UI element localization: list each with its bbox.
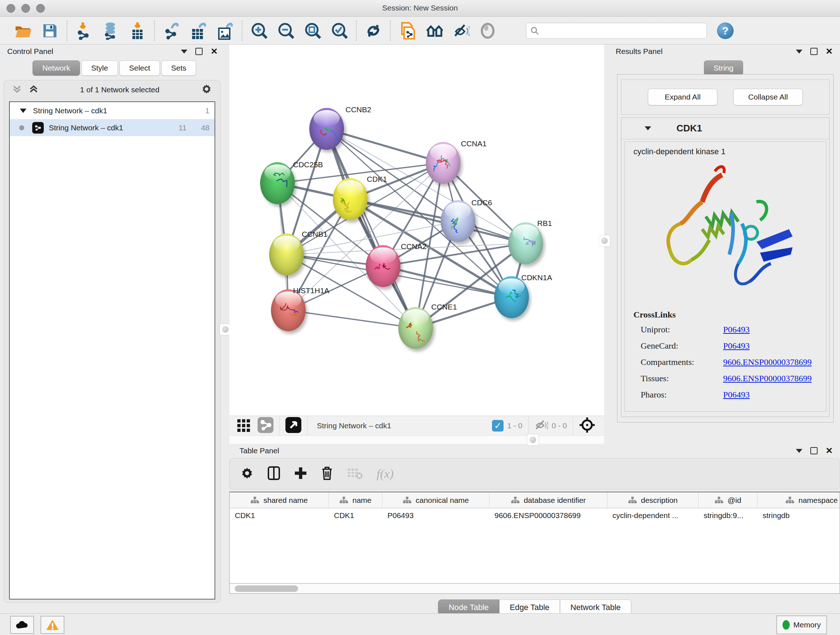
zoom-selected-icon[interactable] [331,22,348,40]
network-edge[interactable] [327,129,416,328]
search-icon [531,27,540,37]
show-all-icon[interactable] [479,22,496,40]
network-collection-row[interactable]: String Network – cdk1 1 [10,102,215,119]
network-edge[interactable] [327,129,443,163]
open-session-icon[interactable] [14,22,32,40]
gene-section-header[interactable]: CDK1 [622,118,829,139]
network-share-view-icon[interactable] [257,417,273,435]
table-panel-float-icon[interactable] [810,447,818,454]
add-column-icon[interactable] [294,466,307,482]
tab-string[interactable]: String [704,60,744,76]
collection-expander-icon[interactable] [20,109,27,113]
duplicate-network-icon[interactable] [399,22,416,40]
export-table-icon[interactable] [189,22,207,40]
network-node-CDC6[interactable] [441,200,475,242]
table-panel-menu-icon[interactable] [796,449,802,453]
crosslink-compartments-link[interactable]: 9606.ENSP00000378699 [723,357,812,367]
network-canvas[interactable]: CCNB2CCNA1CDC25BCDK1CDC6RB1CCNB1CCNA2CDK… [229,44,604,416]
delete-column-icon[interactable] [321,466,333,482]
tab-style[interactable]: Style [81,60,118,76]
show-columns-icon[interactable] [267,466,280,482]
hidden-elements-eye-icon[interactable] [534,419,548,433]
table-cell[interactable]: CDK1 [230,508,329,524]
network-node-RB1[interactable] [508,222,543,264]
network-node-CCNB2[interactable] [309,108,344,150]
table-row[interactable]: CDK1CDK1P064939606.ENSP00000378699cyclin… [230,508,840,524]
delete-table-icon [347,467,363,481]
column-header-name[interactable]: name [329,492,382,508]
gene-expander-icon[interactable] [645,126,651,130]
memory-button[interactable]: Memory [776,616,827,634]
column-header-description[interactable]: description [607,492,699,508]
table-options-gear-icon[interactable] [240,467,254,481]
crosslink-tissues-link[interactable]: 9606.ENSP00000378699 [723,374,812,383]
network-edge[interactable] [288,310,416,328]
table-cell[interactable]: stringdb:9... [699,508,758,524]
network-table-splitter[interactable] [229,435,604,444]
network-node-HIST1H1A[interactable] [271,289,306,331]
import-network-database-icon[interactable] [102,22,119,40]
crosslink-genecard-link[interactable]: P06493 [723,341,750,351]
first-neighbors-icon[interactable] [425,22,443,40]
tab-select[interactable]: Select [119,60,160,76]
update-network-icon[interactable] [365,22,382,40]
column-header-namespace[interactable]: namespace [758,492,840,508]
export-network-icon[interactable] [163,22,180,40]
table-cell[interactable]: 9606.ENSP00000378699 [489,508,607,524]
cloud-status-button[interactable] [10,616,34,634]
network-node-CCNB1[interactable] [269,233,304,276]
expand-all-button[interactable]: Expand All [648,89,717,105]
grid-view-icon[interactable] [237,418,251,434]
table-panel-close-icon[interactable]: ✕ [826,447,833,454]
hide-selected-icon[interactable] [452,22,470,40]
save-session-icon[interactable] [41,22,58,40]
network-edge[interactable] [350,199,526,243]
tab-network[interactable]: Network [33,60,80,76]
network-options-gear-icon[interactable] [201,83,212,96]
table-hscrollbar[interactable] [229,584,840,594]
column-header-database-identifier[interactable]: database identifier [489,492,607,508]
network-node-CDKN1A[interactable] [494,276,529,318]
node-table[interactable]: shared namenamecanonical namedatabase id… [229,492,840,584]
zoom-fit-icon[interactable] [304,22,321,40]
node-label-HIST1H1A: HIST1H1A [293,287,329,295]
network-row[interactable]: String Network – cdk1 11 48 [10,119,215,136]
network-node-CCNA1[interactable] [426,142,461,184]
crosslink-label: Pharos: [641,390,723,400]
zoom-in-icon[interactable] [250,22,268,40]
results-panel-menu-icon[interactable] [796,50,802,54]
tab-sets[interactable]: Sets [161,60,196,76]
control-panel-float-icon[interactable] [195,48,202,55]
network-node-CDK1[interactable] [333,178,368,220]
crosslink-uniprot-link[interactable]: P06493 [723,325,750,334]
column-header-shared-name[interactable]: shared name [230,492,329,508]
import-table-icon[interactable] [129,22,146,40]
fit-selection-crosshair-icon[interactable] [579,417,595,435]
birds-eye-view-icon[interactable] [286,417,302,435]
help-button[interactable]: ? [717,22,734,39]
table-cell[interactable]: cyclin-dependent ... [607,508,699,524]
export-image-icon[interactable] [216,22,234,40]
import-network-icon[interactable] [75,22,93,40]
network-node-CDC25B[interactable] [260,162,295,204]
column-header-canonical-name[interactable]: canonical name [382,492,489,508]
column-header--id[interactable]: @id [699,492,758,508]
table-cell[interactable]: stringdb [758,508,840,524]
expand-all-networks-icon[interactable] [28,84,39,96]
results-panel-float-icon[interactable] [810,48,818,55]
collapse-all-button[interactable]: Collapse All [733,89,803,105]
search-input[interactable] [526,23,707,39]
table-hscrollbar-thumb[interactable] [235,585,298,592]
collapse-all-networks-icon[interactable] [12,84,22,96]
crosslink-pharos-link[interactable]: P06493 [723,390,750,400]
network-node-CCNA2[interactable] [366,245,401,287]
table-cell[interactable]: CDK1 [329,508,382,524]
results-panel-close-icon[interactable]: ✕ [826,48,833,55]
warnings-button[interactable] [41,616,65,634]
zoom-out-icon[interactable] [277,22,294,40]
network-node-CCNE1[interactable] [398,307,433,349]
control-panel-close-icon[interactable]: ✕ [210,48,218,55]
control-panel-menu-icon[interactable] [181,50,187,54]
table-cell[interactable]: P06493 [382,508,489,524]
selected-nodes-checkbox-icon[interactable]: ✓ [492,420,504,432]
